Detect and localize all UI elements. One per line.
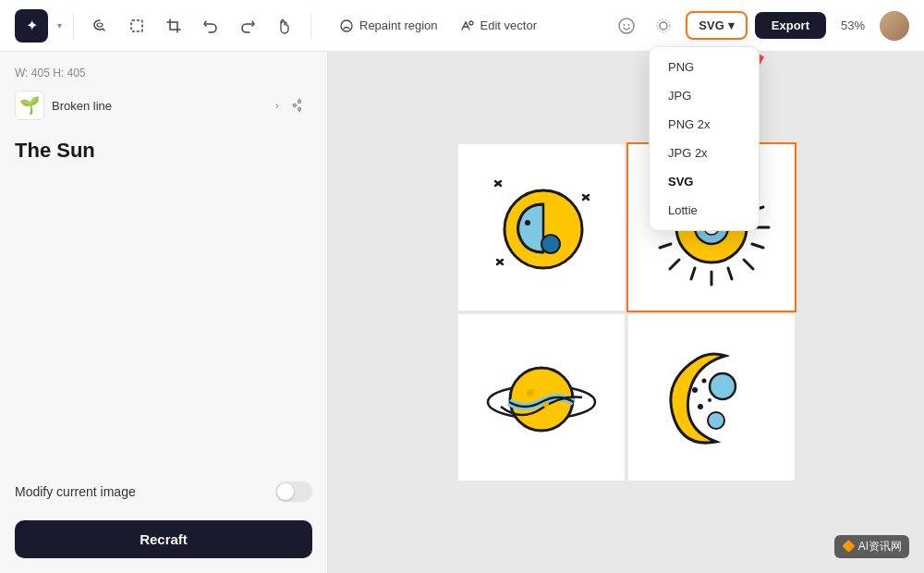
svg-point-51 <box>708 398 711 402</box>
repaint-region-button[interactable]: Repaint region <box>330 13 447 39</box>
crop-icon <box>165 18 182 34</box>
settings-icon <box>291 97 308 114</box>
pan-icon <box>276 18 293 34</box>
left-panel: W: 405 H: 405 🌱 Broken line › The Sun <box>0 52 328 573</box>
dropdown-lottie[interactable]: Lottie <box>650 196 759 225</box>
svg-point-21 <box>541 235 560 253</box>
svg-point-6 <box>660 22 667 30</box>
repaint-icon <box>339 18 354 33</box>
svg-point-3 <box>619 18 634 33</box>
user-avatar[interactable] <box>880 11 909 41</box>
svg-point-50 <box>701 379 706 384</box>
dropdown-jpg[interactable]: JPG <box>650 81 759 110</box>
undo-icon <box>202 18 219 34</box>
svg-point-49 <box>698 404 703 409</box>
lasso-tool[interactable] <box>85 11 115 41</box>
svg-line-38 <box>691 268 695 279</box>
logo-icon: ✦ <box>26 17 38 34</box>
redo-icon <box>239 18 256 34</box>
svg-point-5 <box>628 24 630 26</box>
svg-point-22 <box>525 220 530 226</box>
dropdown-svg[interactable]: SVG <box>650 167 759 196</box>
export-button[interactable]: Export <box>755 12 826 39</box>
redo-button[interactable] <box>233 11 262 41</box>
moon-cell[interactable] <box>628 314 795 481</box>
main-area: W: 405 H: 405 🌱 Broken line › The Sun <box>0 52 924 573</box>
svg-line-30 <box>670 260 679 269</box>
separator-2 <box>310 13 311 39</box>
export-label: Export <box>772 18 809 32</box>
marquee-icon <box>128 18 145 34</box>
broken-line-row: 🌱 Broken line › <box>15 91 312 120</box>
svg-line-34 <box>728 268 732 279</box>
spacer <box>15 174 312 470</box>
image-title: The Sun <box>15 139 312 163</box>
undo-button[interactable] <box>196 11 225 41</box>
saturn-icon <box>477 333 606 462</box>
svg-line-32 <box>752 244 763 248</box>
plant-icon: 🌱 <box>19 95 40 116</box>
svg-point-45 <box>543 402 549 408</box>
svg-dropdown-chevron: ▾ <box>728 18 735 32</box>
svg-point-47 <box>708 412 724 429</box>
svg-point-1 <box>341 20 352 31</box>
edit-vector-label: Edit vector <box>480 18 537 32</box>
sun-bite-icon <box>477 163 606 292</box>
sun-bite-cell[interactable] <box>458 144 625 311</box>
broken-line-label: Broken line <box>52 99 268 113</box>
svg-point-48 <box>692 387 698 393</box>
repaint-label: Repaint region <box>359 18 438 32</box>
pan-tool[interactable] <box>270 11 299 41</box>
toolbar: ✦ ▾ <box>0 0 924 52</box>
ai-watermark-text: 🔶 AI资讯网 <box>842 539 902 555</box>
smile-icon <box>617 17 636 35</box>
settings-button[interactable] <box>286 92 312 118</box>
zoom-level: 53% <box>833 15 872 36</box>
dropdown-png[interactable]: PNG <box>650 53 759 81</box>
recraft-button[interactable]: Recraft <box>15 520 312 558</box>
logo-button[interactable]: ✦ <box>15 9 48 43</box>
recraft-label: Recraft <box>140 531 188 547</box>
edit-vector-button[interactable]: Edit vector <box>451 13 546 39</box>
emoji-sun-button[interactable] <box>649 11 678 41</box>
sun-emoji-icon <box>654 17 673 35</box>
toolbar-right: SVG ▾ Export 53% <box>612 11 909 41</box>
svg-point-7 <box>657 19 670 32</box>
modify-label: Modify current image <box>15 484 136 499</box>
edit-vector-icon <box>460 18 475 33</box>
svg-point-46 <box>710 373 736 399</box>
svg-rect-0 <box>131 20 142 31</box>
emoji-smile-button[interactable] <box>612 11 641 41</box>
dimensions-label: W: 405 H: 405 <box>15 67 312 79</box>
broken-line-icon: 🌱 <box>15 91 44 120</box>
dropdown-jpg2x[interactable]: JPG 2x <box>650 139 759 167</box>
dropdown-png2x[interactable]: PNG 2x <box>650 110 759 139</box>
svg-line-28 <box>744 260 753 269</box>
svg-dropdown[interactable]: SVG ▾ <box>686 11 747 40</box>
svg-point-2 <box>469 21 473 25</box>
export-dropdown: PNG JPG PNG 2x JPG 2x SVG Lottie <box>649 46 760 231</box>
crop-tool[interactable] <box>159 11 188 41</box>
broken-line-chevron: › <box>275 100 279 111</box>
svg-dropdown-label: SVG <box>699 18 723 32</box>
lasso-icon <box>91 18 108 34</box>
canvas-area: 🔶 AI资讯网 <box>328 52 924 573</box>
avatar-image <box>880 11 909 41</box>
modify-row: Modify current image <box>15 482 312 502</box>
svg-point-44 <box>527 389 534 396</box>
separator-1 <box>73 13 74 39</box>
moon-icon <box>647 333 776 462</box>
logo-chevron: ▾ <box>57 20 62 30</box>
ai-watermark: 🔶 AI资讯网 <box>834 535 909 558</box>
saturn-cell[interactable] <box>458 314 625 481</box>
svg-point-4 <box>624 24 626 26</box>
svg-line-36 <box>660 244 671 248</box>
modify-toggle[interactable] <box>275 482 312 502</box>
toolbar-mid: Repaint region Edit vector <box>330 13 546 39</box>
marquee-tool[interactable] <box>122 11 152 41</box>
